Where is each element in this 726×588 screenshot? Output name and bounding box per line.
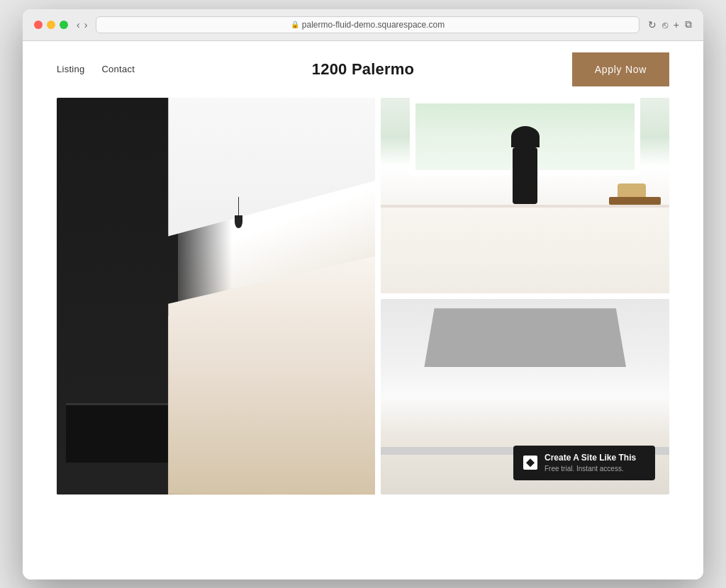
minimize-button[interactable]	[47, 21, 55, 29]
browser-actions: ↻ ⎋ + ⧉	[648, 18, 692, 30]
badge-text: Create A Site Like This Free trial. Inst…	[544, 453, 636, 473]
squarespace-logo-icon	[526, 458, 535, 467]
bathroom-image	[381, 98, 669, 293]
faucet-main	[513, 147, 537, 204]
faucet	[453, 117, 597, 234]
nav-cta: Apply Now	[572, 52, 669, 86]
rug	[172, 435, 251, 475]
sofa	[184, 356, 359, 435]
back-button[interactable]: ‹	[77, 19, 80, 30]
browser-window: ‹ › 🔒 palermo-fluid-demo.squarespace.com…	[23, 9, 703, 579]
gallery-right: Create A Site Like This Free trial. Inst…	[381, 98, 669, 494]
url-text: palermo-fluid-demo.squarespace.com	[302, 20, 445, 30]
stool-2	[242, 399, 274, 470]
gallery-left	[57, 98, 375, 494]
range-hood	[424, 308, 626, 367]
traffic-lights	[34, 21, 68, 29]
stool-1	[210, 407, 235, 462]
gallery: Create A Site Like This Free trial. Inst…	[23, 98, 703, 528]
squarespace-badge[interactable]: Create A Site Like This Free trial. Inst…	[513, 446, 655, 480]
nav-listing[interactable]: Listing	[57, 64, 84, 74]
wood-floor	[168, 316, 375, 494]
faucet-head	[511, 126, 540, 147]
white-ceiling	[168, 98, 375, 237]
wood-tray	[609, 197, 661, 205]
badge-main-text: Create A Site Like This	[544, 453, 636, 464]
browser-controls: ‹ ›	[77, 19, 87, 30]
site-nav: Listing Contact 1200 Palermo Apply Now	[23, 41, 703, 98]
reload-button[interactable]: ↻	[648, 18, 657, 30]
forward-button[interactable]: ›	[84, 19, 88, 30]
share-button[interactable]: ⎋	[662, 18, 668, 30]
fireplace	[66, 403, 168, 463]
pendant-light	[232, 197, 245, 229]
site-title: 1200 Palermo	[312, 60, 415, 79]
nav-links: Listing Contact	[57, 64, 135, 74]
lock-icon: 🔒	[291, 21, 299, 28]
squarespace-logo	[523, 456, 537, 470]
new-tab-button[interactable]: +	[674, 18, 679, 30]
address-bar[interactable]: 🔒 palermo-fluid-demo.squarespace.com	[96, 16, 639, 33]
nav-contact[interactable]: Contact	[101, 64, 135, 74]
kitchen-image: Create A Site Like This Free trial. Inst…	[381, 299, 669, 494]
maximize-button[interactable]	[60, 21, 68, 29]
site-content: Listing Contact 1200 Palermo Apply Now	[23, 41, 703, 579]
plant	[286, 296, 318, 415]
living-room-image	[57, 98, 375, 494]
apply-now-button[interactable]: Apply Now	[572, 52, 669, 86]
tabs-button[interactable]: ⧉	[685, 18, 692, 30]
badge-sub-text: Free trial. Instant access.	[544, 464, 636, 473]
close-button[interactable]	[34, 21, 43, 29]
browser-chrome: ‹ › 🔒 palermo-fluid-demo.squarespace.com…	[23, 9, 703, 41]
